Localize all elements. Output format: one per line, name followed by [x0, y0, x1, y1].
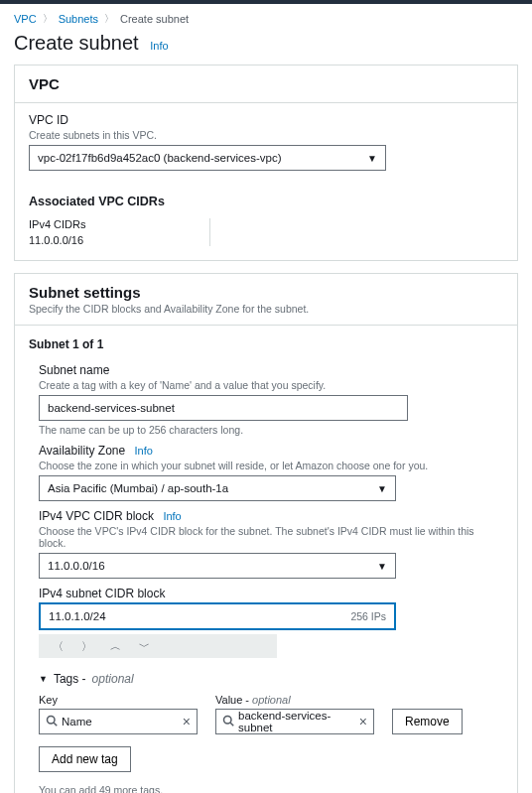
tag-row: Key Name × Value - optional	[39, 694, 503, 734]
svg-line-1	[54, 723, 57, 726]
tag-value-input[interactable]: backend-services-subnet ×	[215, 709, 374, 734]
vpc-cidr-label-text: IPv4 VPC CIDR block	[39, 509, 154, 523]
more-tags-text: You can add 49 more tags.	[39, 784, 503, 793]
subnet-cidr-label: IPv4 subnet CIDR block	[39, 587, 503, 600]
clear-icon[interactable]: ×	[183, 714, 191, 729]
page-title: Create subnet Info	[0, 30, 532, 65]
subnet-name-help: The name can be up to 256 characters lon…	[39, 424, 503, 436]
tags-toggle[interactable]: ▼ Tags - optional	[39, 672, 503, 686]
breadcrumb: VPC 〉 Subnets 〉 Create subnet	[0, 4, 532, 30]
cidr-nav-strip: 〈 〉 ︿ ﹀	[39, 634, 277, 658]
svg-point-2	[224, 717, 232, 725]
tag-value-label-text: Value -	[215, 694, 249, 706]
vpc-select-value: vpc-02f17fb6d9a452ac0 (backend-services-…	[38, 152, 281, 164]
tag-value-value: backend-services-subnet	[238, 710, 355, 733]
vpc-cidr-select[interactable]: 11.0.0.0/16 ▼	[39, 553, 396, 579]
breadcrumb-subnets[interactable]: Subnets	[59, 13, 98, 25]
vpc-panel-title: VPC	[29, 75, 503, 92]
az-select-value: Asia Pacific (Mumbai) / ap-south-1a	[48, 482, 228, 494]
tags-label: Tags -	[54, 672, 86, 686]
subnet-settings-desc: Specify the CIDR blocks and Availability…	[29, 303, 503, 315]
subnet-cidr-value: 11.0.1.0/24	[49, 610, 106, 622]
tag-key-label: Key	[39, 694, 198, 706]
cidr-summary: IPv4 CIDRs 11.0.0.0/16	[29, 218, 503, 246]
clear-icon[interactable]: ×	[359, 714, 367, 729]
tag-key-input[interactable]: Name ×	[39, 709, 198, 734]
breadcrumb-current: Create subnet	[120, 13, 189, 25]
subnet-name-input[interactable]: backend-services-subnet	[39, 395, 408, 421]
az-sub: Choose the zone in which your subnet wil…	[39, 460, 503, 471]
chevron-right-icon: 〉	[43, 12, 53, 26]
ipv4-cidrs-label: IPv4 CIDRs	[29, 218, 198, 230]
az-info-link[interactable]: Info	[135, 445, 153, 457]
chevron-left-icon[interactable]: 〈	[53, 639, 64, 654]
subnet-name-sub: Create a tag with a key of 'Name' and a …	[39, 379, 503, 391]
triangle-down-icon: ▼	[39, 674, 48, 684]
chevron-down-icon[interactable]: ﹀	[139, 639, 150, 654]
vpc-cidr-label: IPv4 VPC CIDR block Info	[39, 509, 503, 523]
vpc-cidr-info-link[interactable]: Info	[163, 510, 181, 522]
vpc-id-label: VPC ID	[29, 113, 503, 127]
subnet-settings-title: Subnet settings	[29, 284, 503, 301]
divider	[209, 218, 210, 246]
page-title-text: Create subnet	[14, 32, 139, 54]
chevron-right-icon[interactable]: 〉	[81, 639, 92, 654]
tag-key-value: Name	[62, 716, 179, 727]
subnet-settings-panel: Subnet settings Specify the CIDR blocks …	[14, 273, 518, 793]
vpc-id-sublabel: Create subnets in this VPC.	[29, 129, 503, 141]
chevron-down-icon: ▼	[377, 561, 387, 572]
subnet-cidr-hint: 256 IPs	[350, 610, 386, 622]
add-tag-button[interactable]: Add new tag	[39, 746, 131, 772]
remove-tag-button[interactable]: Remove	[392, 709, 463, 734]
search-icon	[222, 715, 234, 728]
tag-value-optional: optional	[252, 694, 291, 706]
chevron-down-icon: ▼	[367, 153, 377, 164]
az-label-text: Availability Zone	[39, 444, 125, 458]
chevron-up-icon[interactable]: ︿	[110, 639, 121, 654]
svg-point-0	[48, 717, 56, 725]
info-link[interactable]: Info	[150, 40, 168, 52]
subnet-name-value: backend-services-subnet	[48, 402, 175, 414]
subnet-index: Subnet 1 of 1	[29, 337, 503, 351]
vpc-select[interactable]: vpc-02f17fb6d9a452ac0 (backend-services-…	[29, 145, 386, 171]
chevron-right-icon: 〉	[104, 12, 114, 26]
vpc-cidr-sub: Choose the VPC's IPv4 CIDR block for the…	[39, 525, 503, 549]
subnet-name-label: Subnet name	[39, 363, 503, 377]
search-icon	[46, 715, 58, 728]
associated-cidrs-title: Associated VPC CIDRs	[29, 195, 503, 208]
vpc-panel: VPC VPC ID Create subnets in this VPC. v…	[14, 65, 518, 261]
chevron-down-icon: ▼	[377, 483, 387, 494]
az-select[interactable]: Asia Pacific (Mumbai) / ap-south-1a ▼	[39, 475, 396, 501]
breadcrumb-vpc[interactable]: VPC	[14, 13, 37, 25]
tags-optional: optional	[92, 672, 134, 686]
svg-line-3	[230, 723, 233, 726]
subnet-cidr-input[interactable]: 11.0.1.0/24 256 IPs	[39, 602, 396, 630]
vpc-cidr-select-value: 11.0.0.0/16	[48, 560, 105, 572]
tag-value-label: Value - optional	[215, 694, 374, 706]
ipv4-cidrs-value: 11.0.0.0/16	[29, 234, 198, 246]
az-label: Availability Zone Info	[39, 444, 503, 458]
